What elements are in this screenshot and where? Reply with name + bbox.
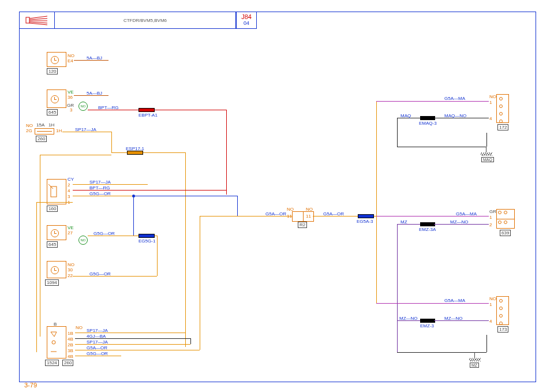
wire <box>397 118 398 147</box>
switch-icon <box>48 328 66 357</box>
wire <box>200 216 200 350</box>
comp-260b-num: 260 <box>62 360 73 366</box>
fuse-15a <box>35 128 54 135</box>
splice-eg5a <box>358 214 374 218</box>
wire <box>157 236 158 276</box>
pin: 1 <box>489 100 492 105</box>
pin-col: NO <box>489 94 496 99</box>
pin: 3B <box>68 348 73 353</box>
wire-label: 4GJ—BA <box>87 334 106 339</box>
wire <box>376 101 489 102</box>
sheet-code: J84 04 <box>236 12 257 29</box>
pin: 1B <box>68 331 73 336</box>
wire-label: G5A—MA <box>456 211 477 216</box>
pin-num: E4 <box>68 58 73 64</box>
comp-120-num: 120 <box>47 68 58 74</box>
wire <box>111 132 112 152</box>
wire-label: 5A—BJ <box>87 91 102 96</box>
pin: 2 <box>68 182 70 188</box>
wire-label: 5A—BJ <box>87 55 102 61</box>
pin: 2G <box>26 128 32 133</box>
wire-label: MZ—NO <box>444 316 463 321</box>
title-text: CTFDR/BVM5,BVM6 <box>55 18 235 23</box>
pin-num: 3 <box>70 107 72 113</box>
drawing-frame <box>19 12 536 382</box>
pin: 1 <box>489 302 492 307</box>
wire-label: SP17—JA <box>89 180 111 185</box>
wire <box>133 196 134 236</box>
svg-line-5 <box>29 23 47 25</box>
pin: 11 <box>306 214 311 219</box>
pin-col: NO <box>68 262 74 267</box>
page-number: 3-79 <box>24 382 37 389</box>
conn-173 <box>496 296 509 325</box>
splice-esp17 <box>127 151 143 155</box>
comp-645a <box>47 89 66 108</box>
wire <box>133 196 237 196</box>
wire-label: SP17—JA <box>87 328 108 333</box>
conn-639 <box>496 209 515 229</box>
wire-label: G5A—OR <box>87 345 107 350</box>
wire-label: MAQ—NO <box>444 113 466 118</box>
wire-label: G5A—OR <box>265 211 286 216</box>
comp-645a-num: 645 <box>47 109 58 115</box>
wire <box>73 276 157 277</box>
wire-label: G5G—OR <box>89 191 111 196</box>
pin-col: VE <box>68 89 74 95</box>
wire <box>376 101 377 303</box>
comp-r2-num: R2 <box>298 222 307 228</box>
wire <box>40 155 40 337</box>
comp-645b <box>47 225 66 240</box>
conn-172 <box>496 94 509 123</box>
no-marker: NO <box>78 102 88 111</box>
comp-1094 <box>47 261 66 278</box>
comp-1524 <box>47 326 66 359</box>
wire-label: G5G—OR <box>93 231 115 236</box>
wire-label: BPT—RG <box>89 185 110 191</box>
wire <box>226 110 227 195</box>
wire-label: MZ <box>400 219 407 225</box>
comp-645b-num: 645 <box>47 241 58 248</box>
svg-point-8 <box>52 341 55 344</box>
wire <box>486 133 487 147</box>
pin-col: NO <box>306 207 313 212</box>
title-block: CTFDR/BVM5,BVM6 <box>19 12 236 29</box>
splice-label: EMZ-3A <box>419 227 436 232</box>
pin-col: NO <box>76 325 83 330</box>
wire <box>36 202 73 203</box>
comp-120 <box>47 52 66 67</box>
pin: 22 <box>68 273 73 278</box>
pin: 1H <box>56 128 62 133</box>
fuse-rating: 15A <box>36 122 44 128</box>
pin-col: NO <box>68 53 74 58</box>
clock-icon <box>51 56 59 64</box>
wire <box>434 224 489 225</box>
pin: 3 <box>68 194 70 199</box>
pin-col: NO <box>26 123 33 128</box>
wiring-icon <box>20 12 55 28</box>
pin: 4B <box>68 337 73 342</box>
splice-emaq <box>420 116 435 120</box>
wire <box>486 335 487 352</box>
wire <box>397 224 398 352</box>
wire <box>190 338 191 344</box>
pin-col: VE <box>68 225 74 230</box>
pin: 11 <box>287 214 292 219</box>
wire <box>185 152 186 347</box>
splice-emz3a <box>420 222 435 226</box>
clock-icon <box>51 266 59 274</box>
comp-172-num: 172 <box>497 124 508 130</box>
splice-emz3 <box>420 319 435 323</box>
pin: 2B <box>68 342 73 348</box>
pin-num: 36 <box>68 95 73 100</box>
svg-rect-6 <box>51 186 57 197</box>
splice-label: EMZ-3 <box>420 323 434 328</box>
sheet-num: 04 <box>237 20 256 26</box>
comp-173-num: 173 <box>497 326 508 333</box>
comp-1094-num: 1094 <box>45 279 59 286</box>
clock-icon <box>51 95 59 103</box>
pin-col: GR <box>489 209 496 214</box>
schematic-page: CTFDR/BVM5,BVM6 J84 04 120 NO E4 5A—BJ 6… <box>0 0 554 392</box>
pin: 30 <box>68 267 73 272</box>
wire-label: MAQ <box>400 113 411 118</box>
